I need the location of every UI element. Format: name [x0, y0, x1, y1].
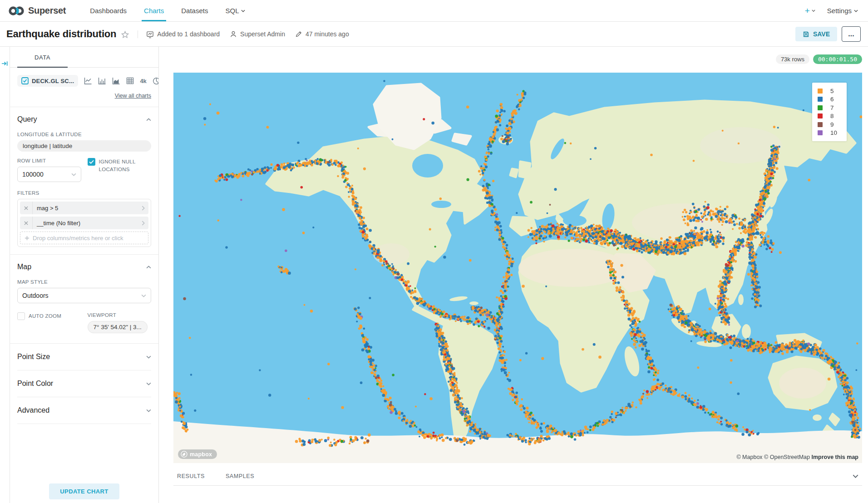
collapse-results-icon[interactable] [851, 473, 860, 480]
page-title: Earthquake distribution [6, 28, 116, 40]
improve-map-link[interactable]: Improve this map [812, 454, 859, 460]
legend-item: 8 [818, 112, 840, 121]
drop-columns-target[interactable]: Drop columns/metrics here or click [20, 232, 148, 244]
dashboard-icon [146, 30, 154, 38]
pie-chart-icon[interactable] [153, 77, 158, 85]
legend-item: 6 [818, 95, 840, 104]
legend-swatch [818, 89, 823, 94]
remove-filter-icon[interactable] [20, 202, 33, 214]
legend-swatch [818, 97, 823, 102]
panel-content: DECK.GL SC... 4k [10, 68, 158, 503]
lonlat-chip[interactable]: longitude | latitude [17, 140, 151, 152]
nav-item-dashboards[interactable]: Dashboards [81, 0, 135, 21]
osm-attribution[interactable]: © OpenStreetMap [764, 454, 810, 460]
chevron-up-icon [146, 266, 151, 269]
pencil-icon [295, 30, 302, 38]
tab-samples[interactable]: SAMPLES [224, 468, 256, 485]
save-button[interactable]: SAVE [795, 27, 837, 41]
row-limit-label: ROW LIMIT [17, 158, 81, 163]
chart-area: 73k rows 00:00:01.50 [159, 47, 868, 503]
viewport-value-chip[interactable]: 7° 35' 54.02" | 3... [88, 321, 148, 333]
map-section-header[interactable]: Map [17, 263, 151, 271]
row-limit-select[interactable]: 100000 [17, 167, 81, 182]
section-divider [10, 254, 158, 255]
ignore-null-checkbox-row[interactable]: IGNORE NULL LOCATIONS [88, 158, 152, 173]
view-all-charts-link[interactable]: View all charts [115, 93, 151, 99]
ignore-null-label: IGNORE NULL LOCATIONS [99, 158, 152, 173]
legend-item: 5 [818, 87, 840, 95]
favorite-star-icon[interactable] [121, 30, 129, 39]
query-timer-badge: 00:00:01.50 [813, 54, 862, 64]
remove-filter-icon[interactable] [20, 217, 33, 229]
filter-chip-time[interactable]: __time (No filter) [20, 217, 148, 229]
current-viz-type-chip[interactable]: DECK.GL SC... [17, 75, 78, 87]
save-icon [803, 31, 809, 38]
dashboards-count[interactable]: Added to 1 dashboard [146, 30, 220, 38]
update-chart-button[interactable]: UPDATE CHART [49, 483, 119, 499]
collapse-panel-icon[interactable] [1, 60, 8, 503]
legend-item: 10 [818, 129, 840, 138]
unchecked-checkbox-icon[interactable] [17, 312, 25, 320]
point-size-section[interactable]: Point Size [17, 344, 151, 370]
chevron-right-icon [138, 221, 148, 226]
advanced-section[interactable]: Advanced [17, 397, 151, 424]
mapbox-icon [181, 451, 187, 458]
chevron-down-icon [241, 10, 245, 12]
map-style-select[interactable]: Outdoors [17, 288, 151, 303]
legend-swatch [818, 122, 823, 127]
auto-zoom-label: AUTO ZOOM [29, 312, 61, 320]
deckgl-scatter-map[interactable]: 5 6 7 8 9 10 mapbox © Mapbox © OpenStree… [173, 73, 862, 463]
legend-item: 9 [818, 120, 840, 129]
nav-item-sql[interactable]: SQL [217, 0, 254, 21]
chevron-up-icon [146, 118, 151, 121]
query-section-header[interactable]: Query [17, 115, 151, 123]
legend-swatch [818, 130, 823, 135]
filters-box: mag > 5 __time (No filter) Drop columns/… [17, 199, 151, 247]
tab-data[interactable]: DATA [17, 54, 68, 68]
user-icon [230, 30, 237, 38]
brand-name: Superset [28, 5, 66, 16]
nav-item-charts[interactable]: Charts [135, 0, 173, 21]
panel-collapse-strip [0, 47, 10, 503]
area-chart-icon[interactable] [112, 77, 120, 84]
settings-menu[interactable]: Settings [827, 7, 858, 15]
map-attribution: © Mapbox © OpenStreetMap Improve this ma… [736, 454, 858, 460]
tab-results[interactable]: RESULTS [175, 468, 207, 485]
row-count-badge: 73k rows [776, 54, 809, 64]
point-color-section[interactable]: Point Color [17, 370, 151, 397]
chevron-down-icon [146, 355, 151, 359]
earthquake-dots-layer [173, 73, 862, 463]
map-style-label: MAP STYLE [17, 279, 151, 285]
results-panel-header: RESULTS SAMPLES [173, 467, 862, 486]
section-divider [10, 107, 158, 107]
chevron-right-icon [138, 206, 148, 211]
chevron-down-icon [812, 10, 815, 12]
checked-checkbox-icon[interactable] [88, 158, 95, 166]
table-icon[interactable] [126, 77, 134, 84]
viewport-label: VIEWPORT [88, 312, 152, 318]
auto-zoom-checkbox-row[interactable]: AUTO ZOOM [17, 312, 81, 320]
viz-type-row: DECK.GL SC... 4k [17, 75, 151, 87]
line-chart-icon[interactable] [84, 77, 92, 84]
nav-item-datasets[interactable]: Datasets [173, 0, 217, 21]
primary-nav: Dashboards Charts Datasets SQL [81, 0, 254, 21]
last-modified[interactable]: 47 minutes ago [295, 30, 349, 38]
mapbox-logo[interactable]: mapbox [178, 449, 217, 459]
chevron-down-icon [141, 294, 146, 297]
chart-header: Earthquake distribution Added to 1 dashb… [0, 22, 868, 47]
legend-swatch [818, 113, 823, 118]
chart-owner[interactable]: Superset Admin [230, 30, 285, 38]
more-actions-button[interactable]: ... [842, 26, 861, 42]
filter-chip-mag[interactable]: mag > 5 [20, 202, 148, 214]
big-number-viz-label[interactable]: 4k [140, 78, 146, 84]
superset-logo[interactable]: Superset [8, 0, 66, 21]
chevron-down-icon [146, 409, 151, 412]
top-nav: Superset Dashboards Charts Datasets SQL … [0, 0, 868, 22]
new-item-button[interactable]: + [805, 6, 815, 16]
bar-chart-icon[interactable] [98, 77, 106, 84]
superset-infinity-icon [8, 5, 25, 16]
mapbox-attribution[interactable]: © Mapbox [736, 454, 762, 460]
checked-viz-icon [21, 77, 29, 84]
chevron-down-icon [71, 173, 76, 176]
legend-item: 7 [818, 104, 840, 112]
